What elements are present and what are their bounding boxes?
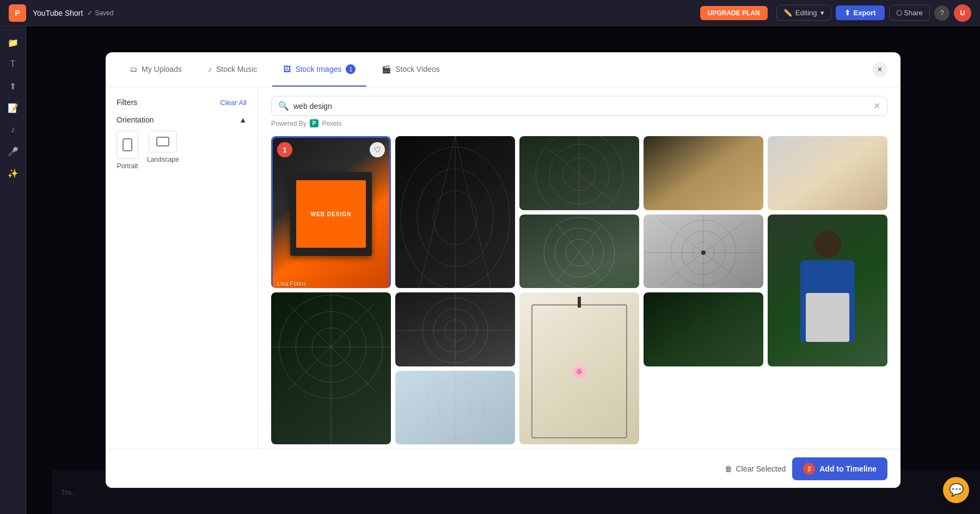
svg-line-3 <box>455 136 499 288</box>
sidebar-item-voice[interactable]: 🎤 <box>3 142 23 161</box>
portrait-label: Portrait <box>117 162 138 170</box>
sidebar-item-media[interactable]: 📁 <box>3 33 23 52</box>
image-grid: WEB DESIGN 1 ♡ Lisa Fotios <box>258 136 901 488</box>
orientation-options: Portrait Landscape <box>117 131 247 170</box>
orientation-title: Orientation ▲ <box>117 115 247 124</box>
left-sidebar: 📁 T ⬆ 📝 ♪ 🎤 ✨ <box>0 26 26 514</box>
chevron-up-icon: ▲ <box>239 115 247 124</box>
orientation-section: Orientation ▲ Portrait <box>117 115 247 170</box>
saved-status: ✓ Saved <box>87 9 113 17</box>
tab-images[interactable]: 🖼 Stock Images 1 <box>272 52 366 87</box>
sidebar-item-music[interactable]: ♪ <box>3 120 23 139</box>
modal-footer: 🗑 Clear Selected 2 Add to Timeline <box>258 449 901 488</box>
grid-item-1[interactable]: WEB DESIGN 1 ♡ Lisa Fotios <box>271 136 391 288</box>
project-title: YouTube Short <box>33 9 83 17</box>
grid-item-11[interactable]: 🌸 <box>519 292 639 444</box>
grid-item-3[interactable] <box>519 136 639 210</box>
upload-icon: 🗂 <box>130 65 137 74</box>
grid-item-5[interactable] <box>768 136 887 210</box>
editing-button[interactable]: ✏️ Editing ▾ <box>776 5 831 21</box>
chat-icon: 💬 <box>949 483 964 497</box>
pencil-icon: ✏️ <box>783 9 792 17</box>
search-input[interactable] <box>293 102 869 111</box>
landscape-label: Landscape <box>147 156 179 163</box>
modal-body: Filters Clear All Orientation ▲ <box>106 87 901 488</box>
portrait-icon <box>117 131 138 159</box>
grid-item-9[interactable] <box>271 292 391 444</box>
export-button[interactable]: ⬆ Export <box>836 5 885 20</box>
export-icon: ⬆ <box>844 9 850 17</box>
clear-all-button[interactable]: Clear All <box>220 99 247 107</box>
grid-item-13[interactable] <box>395 371 515 445</box>
sidebar-item-import[interactable]: ⬆ <box>3 76 23 96</box>
tab-uploads[interactable]: 🗂 My Uploads <box>119 52 193 87</box>
landscape-icon <box>149 131 177 152</box>
image-attribution-1: Lisa Fotios <box>277 280 306 287</box>
image-icon: 🖼 <box>283 65 291 74</box>
powered-by: Powered By P Pexels <box>271 116 887 132</box>
search-clear-button[interactable]: ✕ <box>873 101 880 111</box>
tab-badge-images: 1 <box>346 64 356 74</box>
chevron-down-icon: ▾ <box>820 9 824 17</box>
selection-badge-1: 1 <box>277 142 292 157</box>
main-area: Tim... 🗂 My Uploads ♪ Stock Music 🖼 Stoc… <box>26 26 980 514</box>
top-bar: P YouTube Short ✓ Saved UPGRADE PLAN ✏️ … <box>0 0 980 26</box>
clear-selected-button[interactable]: 🗑 Clear Selected <box>725 464 786 473</box>
sidebar-item-effects[interactable]: ✨ <box>3 163 23 183</box>
filters-title: Filters <box>117 98 137 107</box>
modal-close-button[interactable]: × <box>872 62 887 77</box>
pexels-logo: P <box>310 119 319 127</box>
selection-count-badge: 2 <box>803 463 815 475</box>
tab-videos[interactable]: 🎬 Stock Videos <box>371 52 450 87</box>
search-bar-area: 🔍 ✕ Powered By P Pexels <box>258 87 901 136</box>
grid-item-7[interactable] <box>644 215 763 289</box>
media-modal: 🗂 My Uploads ♪ Stock Music 🖼 Stock Image… <box>106 52 901 488</box>
tab-music[interactable]: ♪ Stock Music <box>197 52 268 87</box>
sidebar-item-script[interactable]: 📝 <box>3 98 23 118</box>
orientation-portrait[interactable]: Portrait <box>117 131 138 170</box>
grid-item-12[interactable] <box>644 292 763 366</box>
filters-panel: Filters Clear All Orientation ▲ <box>106 87 258 488</box>
search-input-wrap: 🔍 ✕ <box>271 96 887 116</box>
svg-rect-0 <box>123 139 132 151</box>
grid-item-2[interactable] <box>395 136 515 288</box>
grid-item-8[interactable] <box>768 215 887 366</box>
grid-item-10[interactable] <box>395 292 515 366</box>
chat-widget-button[interactable]: 💬 <box>943 477 969 503</box>
orientation-landscape[interactable]: Landscape <box>147 131 179 170</box>
avatar[interactable]: U <box>954 4 971 22</box>
video-icon: 🎬 <box>382 65 391 74</box>
trash-icon: 🗑 <box>725 464 732 473</box>
favorite-button-1[interactable]: ♡ <box>370 142 385 157</box>
search-content: 🔍 ✕ Powered By P Pexels <box>258 87 901 488</box>
filters-header: Filters Clear All <box>117 98 247 107</box>
music-icon: ♪ <box>208 65 212 74</box>
grid-item-6[interactable] <box>519 215 639 289</box>
upgrade-button[interactable]: UPGRADE PLAN <box>700 6 768 20</box>
svg-rect-1 <box>157 137 169 146</box>
search-icon: 🔍 <box>278 101 289 111</box>
sidebar-item-text[interactable]: T <box>3 54 23 74</box>
modal-tabs: 🗂 My Uploads ♪ Stock Music 🖼 Stock Image… <box>106 52 901 87</box>
grid-item-4[interactable] <box>644 136 763 210</box>
share-icon: ⬡ <box>896 9 902 17</box>
svg-line-2 <box>412 136 455 288</box>
app-logo: P <box>9 4 26 22</box>
modal-overlay: 🗂 My Uploads ♪ Stock Music 🖼 Stock Image… <box>26 26 980 514</box>
help-button[interactable]: ? <box>934 5 950 21</box>
share-button[interactable]: ⬡ Share <box>889 5 930 21</box>
add-to-timeline-button[interactable]: 2 Add to Timeline <box>792 457 887 480</box>
